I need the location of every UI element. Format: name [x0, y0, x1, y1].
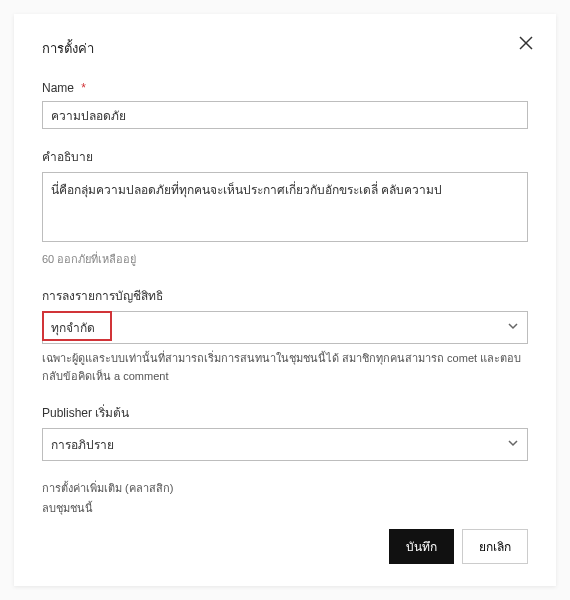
close-icon: [519, 36, 533, 53]
posting-value: ทุกจำกัด: [51, 318, 95, 337]
chevron-down-icon: [507, 320, 519, 335]
publisher-select[interactable]: การอภิปราย: [42, 428, 528, 461]
name-input[interactable]: [42, 101, 528, 129]
posting-field: การลงรายการบัญชีสิทธิ ทุกจำกัด เฉพาะผู้ด…: [42, 286, 528, 385]
publisher-value: การอภิปราย: [51, 435, 114, 454]
char-counter: 60 ออกภัยที่เหลืออยู่: [42, 250, 528, 268]
chevron-down-icon: [507, 437, 519, 452]
dialog-title: การตั้งค่า: [42, 38, 528, 59]
required-asterisk: *: [81, 81, 86, 95]
publisher-label: Publisher เริ่มต้น: [42, 403, 528, 422]
name-label: Name: [42, 81, 74, 95]
more-settings-link[interactable]: การตั้งค่าเพิ่มเติม (คลาสสิก): [42, 479, 528, 499]
name-field: Name *: [42, 81, 528, 129]
description-label: คำอธิบาย: [42, 147, 528, 166]
posting-select[interactable]: ทุกจำกัด: [42, 311, 528, 344]
close-button[interactable]: [514, 32, 538, 56]
save-button[interactable]: บันทึก: [389, 529, 454, 564]
cancel-button[interactable]: ยกเลิก: [462, 529, 528, 564]
delete-community-link[interactable]: ลบชุมชนนี้: [42, 499, 528, 519]
publisher-field: Publisher เริ่มต้น การอภิปราย: [42, 403, 528, 461]
name-label-row: Name *: [42, 81, 528, 95]
description-field: คำอธิบาย 60 ออกภัยที่เหลืออยู่: [42, 147, 528, 268]
extra-links: การตั้งค่าเพิ่มเติม (คลาสสิก) ลบชุมชนนี้: [42, 479, 528, 519]
dialog-footer: บันทึก ยกเลิก: [389, 529, 528, 564]
posting-helper: เฉพาะผู้ดูแลระบบเท่านั้นที่สามารถเริ่มกา…: [42, 350, 528, 385]
settings-dialog: การตั้งค่า Name * คำอธิบาย 60 ออกภัยที่เ…: [14, 14, 556, 586]
posting-label: การลงรายการบัญชีสิทธิ: [42, 286, 528, 305]
description-textarea[interactable]: [42, 172, 528, 242]
